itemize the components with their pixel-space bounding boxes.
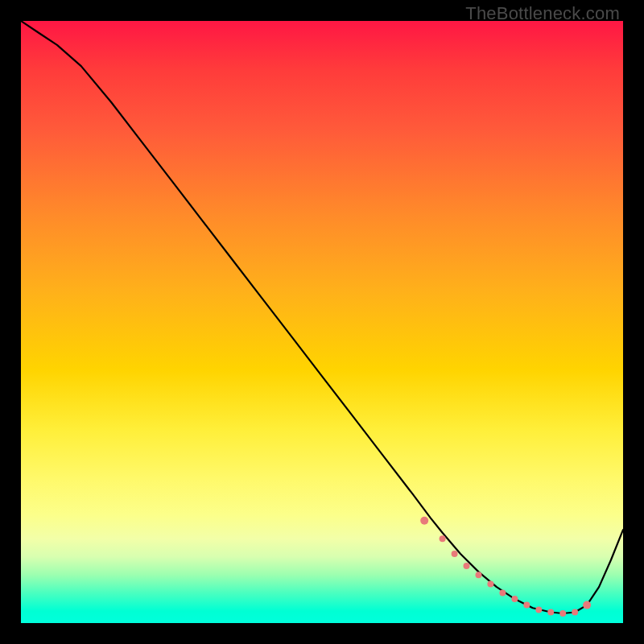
- marker-dot: [535, 607, 542, 613]
- marker-dot: [440, 535, 446, 542]
- curve-layer: [21, 21, 623, 623]
- marker-dot: [559, 610, 566, 617]
- marker-dot: [499, 590, 506, 597]
- chart-frame: TheBottleneck.com: [0, 0, 644, 644]
- marker-dot: [572, 609, 578, 616]
- bottleneck-curve: [21, 21, 623, 613]
- marker-dot: [487, 580, 493, 587]
- marker-dot: [464, 563, 470, 569]
- marker-dot: [547, 609, 554, 616]
- watermark-text: TheBottleneck.com: [465, 3, 620, 24]
- marker-dot: [420, 517, 428, 525]
- marker-dot: [523, 602, 530, 609]
- marker-dot: [452, 551, 458, 557]
- marker-dot: [511, 596, 518, 602]
- marker-dot: [583, 601, 591, 609]
- plot-area: [21, 21, 623, 623]
- marker-group: [420, 517, 591, 617]
- marker-dot: [476, 572, 482, 578]
